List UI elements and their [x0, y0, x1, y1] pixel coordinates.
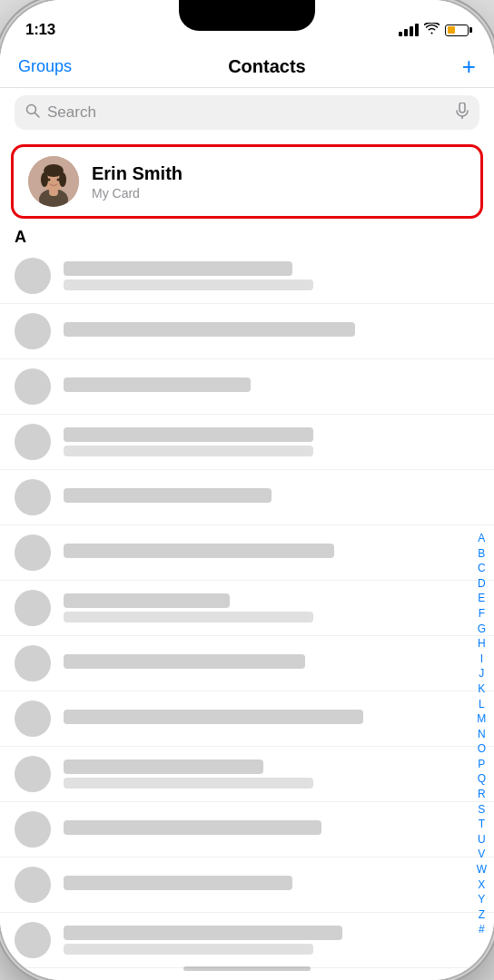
- alpha-letter-m[interactable]: M: [477, 712, 486, 727]
- contact-name-blurred: [64, 820, 321, 835]
- contact-avatar: [15, 590, 51, 626]
- contacts-list: A ABCDEFGHIJKLMNOPQRSTUVWXYZ#: [0, 224, 494, 980]
- alpha-letter-z[interactable]: Z: [479, 908, 485, 923]
- svg-rect-2: [459, 103, 465, 113]
- contact-avatar: [15, 313, 51, 349]
- battery-fill: [448, 26, 455, 34]
- contact-name-blurred: [64, 654, 305, 669]
- contact-info: [64, 593, 479, 622]
- alpha-letter-k[interactable]: K: [478, 682, 485, 697]
- contact-info: [64, 926, 479, 955]
- contact-row[interactable]: [0, 304, 494, 359]
- contact-avatar: [15, 867, 51, 903]
- alpha-letter-l[interactable]: L: [479, 698, 485, 712]
- contact-name-blurred: [64, 427, 313, 442]
- search-bar: Search: [0, 88, 494, 139]
- alpha-letter-w[interactable]: W: [477, 863, 487, 877]
- alpha-letter-p[interactable]: P: [478, 758, 485, 772]
- contact-sub-blurred: [64, 446, 313, 456]
- contact-row[interactable]: [0, 249, 494, 304]
- contact-sub-blurred: [64, 778, 313, 789]
- my-card-label: My Card: [92, 186, 466, 201]
- alpha-letter-t[interactable]: T: [479, 818, 485, 832]
- svg-point-11: [48, 179, 51, 181]
- add-contact-button[interactable]: +: [462, 54, 476, 78]
- my-card[interactable]: Erin Smith My Card: [11, 144, 483, 219]
- microphone-icon[interactable]: [456, 103, 469, 122]
- alpha-letter-c[interactable]: C: [478, 562, 486, 576]
- contact-name-blurred: [64, 760, 263, 774]
- alpha-letter-a[interactable]: A: [478, 532, 485, 546]
- alpha-letter-j[interactable]: J: [479, 667, 484, 681]
- contact-info: [64, 820, 479, 838]
- alphabet-index[interactable]: ABCDEFGHIJKLMNOPQRSTUVWXYZ#: [477, 224, 487, 980]
- alpha-letter-e[interactable]: E: [478, 592, 485, 606]
- content-area: Groups Contacts + Search: [0, 47, 494, 980]
- phone-frame: 1:13: [0, 0, 494, 980]
- contact-row[interactable]: [0, 359, 494, 415]
- wifi-icon: [424, 23, 440, 37]
- nav-bar: Groups Contacts +: [0, 47, 494, 88]
- search-input[interactable]: Search: [47, 103, 449, 122]
- svg-point-9: [41, 172, 48, 187]
- contact-row[interactable]: [0, 415, 494, 470]
- contact-info: [64, 544, 479, 562]
- status-bar: 1:13: [0, 0, 494, 47]
- alpha-letter-b[interactable]: B: [478, 547, 485, 562]
- contact-row[interactable]: [0, 470, 494, 525]
- alpha-letter-i[interactable]: I: [480, 652, 483, 667]
- contact-avatar: [15, 645, 51, 681]
- groups-button[interactable]: Groups: [18, 57, 72, 76]
- alpha-letter-r[interactable]: R: [478, 788, 486, 802]
- alpha-letter-n[interactable]: N: [478, 728, 486, 742]
- alpha-letter-#[interactable]: #: [479, 923, 485, 937]
- notch: [179, 0, 315, 31]
- alpha-letter-d[interactable]: D: [478, 577, 486, 592]
- alpha-letter-q[interactable]: Q: [478, 772, 486, 787]
- alpha-letter-o[interactable]: O: [478, 742, 486, 757]
- contact-avatar: [15, 479, 51, 515]
- contact-name-blurred: [64, 544, 334, 558]
- alpha-letter-g[interactable]: G: [478, 622, 486, 637]
- contact-avatar: [15, 922, 51, 958]
- alpha-letter-y[interactable]: Y: [478, 893, 485, 907]
- page-title: Contacts: [228, 56, 306, 77]
- contact-avatar: [15, 368, 51, 405]
- alpha-letter-v[interactable]: V: [478, 848, 485, 862]
- contact-name-blurred: [64, 926, 342, 940]
- svg-line-1: [35, 113, 40, 118]
- contact-row[interactable]: [0, 858, 494, 913]
- home-indicator: [183, 966, 311, 971]
- contact-sub-blurred: [64, 279, 313, 290]
- contact-row[interactable]: [0, 636, 494, 691]
- search-input-wrap[interactable]: Search: [15, 95, 479, 130]
- contact-row[interactable]: [0, 802, 494, 858]
- contact-row[interactable]: [0, 913, 494, 968]
- alpha-letter-s[interactable]: S: [478, 803, 485, 818]
- svg-point-10: [59, 172, 66, 187]
- contact-name-blurred: [64, 377, 251, 392]
- contact-name-blurred: [64, 488, 272, 503]
- contact-row[interactable]: [0, 581, 494, 636]
- status-time: 1:13: [25, 21, 55, 39]
- search-icon: [25, 103, 40, 122]
- contact-row[interactable]: [0, 747, 494, 802]
- contact-name-blurred: [64, 261, 292, 276]
- contact-row[interactable]: [0, 525, 494, 581]
- contact-avatar: [15, 811, 51, 848]
- contact-row[interactable]: [0, 691, 494, 747]
- signal-icon: [399, 24, 419, 36]
- status-icons: [399, 23, 469, 37]
- contact-info: [64, 876, 479, 894]
- alpha-letter-f[interactable]: F: [479, 607, 485, 622]
- alpha-letter-u[interactable]: U: [478, 833, 486, 848]
- contact-name-blurred: [64, 876, 292, 890]
- contact-name-blurred: [64, 593, 230, 608]
- my-card-info: Erin Smith My Card: [92, 163, 466, 201]
- contact-info: [64, 427, 479, 456]
- contact-name-blurred: [64, 322, 355, 337]
- alpha-letter-h[interactable]: H: [478, 637, 486, 652]
- section-header-a: A: [0, 224, 494, 249]
- contact-name-blurred: [64, 710, 363, 724]
- alpha-letter-x[interactable]: X: [478, 878, 485, 893]
